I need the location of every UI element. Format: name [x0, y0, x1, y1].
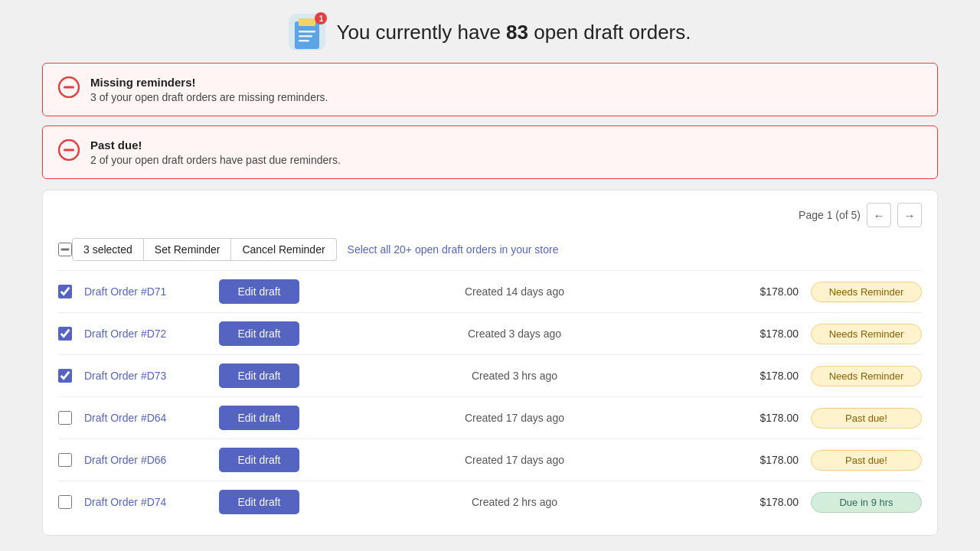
select-all-checkbox[interactable]: [58, 243, 72, 256]
orders-list: Draft Order #D71 Edit draft Created 14 d…: [58, 270, 922, 523]
order-link-D74[interactable]: Draft Order #D74: [84, 496, 207, 508]
next-page-button[interactable]: →: [897, 203, 922, 227]
order-link-D73[interactable]: Draft Order #D73: [84, 370, 207, 382]
order-link-D64[interactable]: Draft Order #D64: [84, 412, 207, 424]
edit-draft-button-D71[interactable]: Edit draft: [219, 279, 299, 304]
edit-draft-button-D73[interactable]: Edit draft: [219, 364, 299, 388]
price-label-D73: $178.00: [730, 370, 799, 382]
cancel-reminder-button[interactable]: Cancel Reminder: [231, 238, 336, 261]
table-row: Draft Order #D72 Edit draft Created 3 da…: [58, 312, 922, 354]
status-badge-D64: Past due!: [811, 408, 922, 429]
order-checkbox-D73[interactable]: [58, 369, 72, 383]
page-header: 1 You currently have 83 open draft order…: [0, 0, 980, 63]
order-link-D71[interactable]: Draft Order #D71: [84, 285, 207, 298]
created-label-D74: Created 2 hrs ago: [312, 496, 717, 508]
svg-rect-4: [299, 31, 315, 33]
created-label-D73: Created 3 hrs ago: [312, 370, 717, 382]
svg-rect-10: [64, 149, 74, 152]
order-link-D72[interactable]: Draft Order #D72: [84, 328, 207, 340]
table-row: Draft Order #D64 Edit draft Created 17 d…: [58, 396, 922, 439]
page-title: You currently have 83 open draft orders.: [336, 21, 691, 44]
status-badge-D72: Needs Reminder: [811, 324, 922, 344]
past-due-text: Past due! 2 of your open draft orders ha…: [90, 139, 341, 166]
prev-page-button[interactable]: ←: [867, 203, 891, 227]
edit-draft-button-D64[interactable]: Edit draft: [219, 406, 299, 430]
price-label-D71: $178.00: [730, 285, 799, 298]
edit-draft-button-D74[interactable]: Edit draft: [219, 490, 299, 514]
pagination-row: Page 1 (of 5) ← →: [58, 203, 922, 227]
status-badge-D73: Needs Reminder: [811, 366, 922, 386]
table-row: Draft Order #D71 Edit draft Created 14 d…: [58, 270, 922, 312]
price-label-D66: $178.00: [730, 454, 799, 466]
table-row: Draft Order #D66 Edit draft Created 17 d…: [58, 439, 922, 481]
created-label-D66: Created 17 days ago: [312, 454, 717, 466]
order-checkbox-D72[interactable]: [58, 327, 72, 341]
created-label-D64: Created 17 days ago: [312, 412, 717, 424]
order-checkbox-D66[interactable]: [58, 453, 72, 467]
svg-rect-6: [299, 40, 309, 42]
table-row: Draft Order #D73 Edit draft Created 3 hr…: [58, 354, 922, 396]
order-checkbox-D71[interactable]: [58, 285, 72, 298]
order-checkbox-D64[interactable]: [58, 411, 72, 425]
svg-rect-5: [299, 35, 312, 37]
price-label-D72: $178.00: [730, 328, 799, 340]
order-checkbox-D74[interactable]: [58, 495, 72, 509]
app-icon: 1: [289, 14, 325, 51]
orders-table: Page 1 (of 5) ← → 3 selected Set Reminde…: [42, 190, 938, 536]
svg-rect-8: [64, 86, 74, 89]
pagination-label: Page 1 (of 5): [799, 209, 861, 221]
status-badge-D74: Due in 9 hrs: [811, 492, 922, 513]
status-badge-D66: Past due!: [811, 450, 922, 471]
alerts-section: Missing reminders! 3 of your open draft …: [0, 63, 980, 179]
svg-rect-3: [299, 18, 315, 26]
table-row: Draft Order #D74 Edit draft Created 2 hr…: [58, 481, 922, 523]
no-entry-icon: [58, 77, 80, 98]
missing-reminders-text: Missing reminders! 3 of your open draft …: [90, 76, 328, 103]
select-all-link[interactable]: Select all 20+ open draft orders in your…: [348, 243, 559, 256]
no-entry-icon-2: [58, 139, 80, 161]
edit-draft-button-D66[interactable]: Edit draft: [219, 448, 299, 472]
past-due-alert: Past due! 2 of your open draft orders ha…: [42, 126, 938, 179]
selected-count-badge: 3 selected: [72, 238, 144, 261]
selection-toolbar: 3 selected Set Reminder Cancel Reminder …: [58, 238, 922, 261]
select-all-checkbox-wrapper[interactable]: [58, 243, 72, 256]
price-label-D64: $178.00: [730, 412, 799, 424]
status-badge-D71: Needs Reminder: [811, 282, 922, 302]
order-link-D66[interactable]: Draft Order #D66: [84, 454, 207, 466]
created-label-D71: Created 14 days ago: [312, 285, 717, 298]
set-reminder-button[interactable]: Set Reminder: [144, 238, 232, 261]
edit-draft-button-D72[interactable]: Edit draft: [219, 321, 299, 346]
missing-reminders-alert: Missing reminders! 3 of your open draft …: [42, 63, 938, 116]
created-label-D72: Created 3 days ago: [312, 328, 717, 340]
price-label-D74: $178.00: [730, 496, 799, 508]
